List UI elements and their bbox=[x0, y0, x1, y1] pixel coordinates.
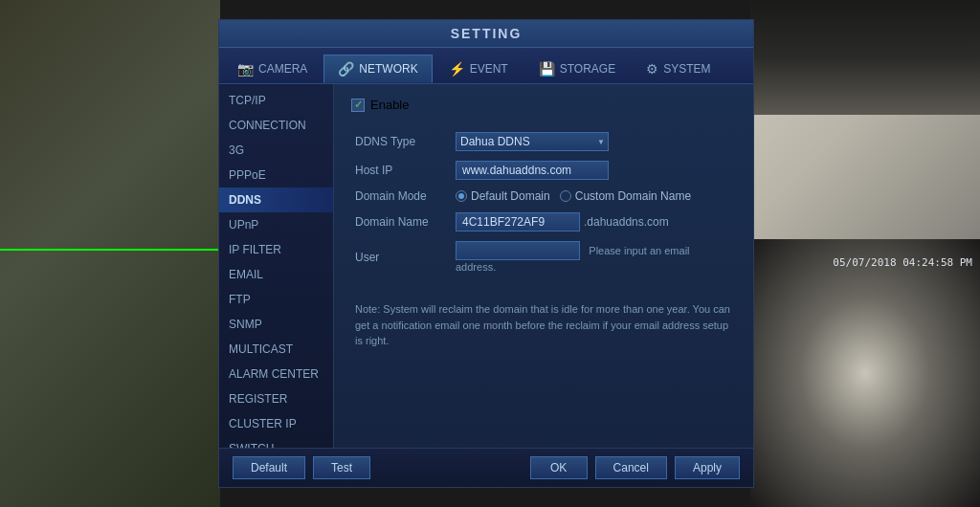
sidebar-item-ftp[interactable]: FTP bbox=[219, 287, 333, 312]
sidebar-item-switch[interactable]: SWITCH bbox=[219, 436, 333, 448]
user-input[interactable] bbox=[456, 241, 580, 260]
ok-button[interactable]: OK bbox=[530, 456, 588, 479]
tab-bar: 📷 CAMERA 🔗 NETWORK ⚡ EVENT 💾 STORAGE ⚙ S… bbox=[219, 48, 753, 84]
sidebar-item-multicast[interactable]: MULTICAST bbox=[219, 337, 333, 362]
host-ip-label: Host IP bbox=[351, 158, 452, 183]
tab-network-label: NETWORK bbox=[359, 62, 417, 76]
system-tab-icon: ⚙ bbox=[646, 61, 658, 77]
ddns-type-row: DDNS Type Dahua DDNSNO-IP DDNSCN99 DDNSD… bbox=[351, 129, 736, 154]
bg-top-right-overlay bbox=[750, 0, 980, 115]
sidebar-item-pppoe[interactable]: PPPoE bbox=[219, 163, 333, 187]
custom-domain-label: Custom Domain Name bbox=[575, 189, 691, 203]
sidebar: TCP/IP CONNECTION 3G PPPoE DDNS UPnP IP … bbox=[219, 84, 334, 448]
sidebar-item-email[interactable]: EMAIL bbox=[219, 262, 333, 287]
domain-mode-radio-group: Default Domain Custom Domain Name bbox=[456, 189, 732, 203]
bg-left-camera bbox=[0, 0, 220, 507]
tab-camera-label: CAMERA bbox=[258, 62, 307, 76]
main-panel: Enable DDNS Type Dahua DDNSNO-IP DDNSCN9… bbox=[334, 84, 753, 448]
green-line-overlay bbox=[0, 249, 220, 251]
tab-system-label: SYSTEM bbox=[663, 62, 710, 76]
sidebar-item-tcp-ip[interactable]: TCP/IP bbox=[219, 88, 333, 113]
sidebar-item-ddns[interactable]: DDNS bbox=[219, 187, 333, 212]
sidebar-item-upnp[interactable]: UPnP bbox=[219, 212, 333, 237]
test-button[interactable]: Test bbox=[313, 456, 370, 479]
enable-label: Enable bbox=[370, 98, 409, 112]
default-domain-radio-label[interactable]: Default Domain bbox=[456, 189, 550, 203]
domain-mode-label: Domain Mode bbox=[351, 187, 452, 206]
user-label: User bbox=[351, 238, 452, 276]
tab-event-label: EVENT bbox=[470, 62, 508, 76]
sidebar-item-register[interactable]: REGISTER bbox=[219, 386, 333, 411]
event-tab-icon: ⚡ bbox=[449, 61, 465, 77]
tab-camera[interactable]: 📷 CAMERA bbox=[223, 55, 322, 83]
tab-storage[interactable]: 💾 STORAGE bbox=[524, 55, 630, 83]
domain-suffix-text: .dahuaddns.com bbox=[584, 215, 669, 229]
storage-tab-icon: 💾 bbox=[539, 61, 555, 77]
apply-button[interactable]: Apply bbox=[675, 456, 740, 479]
ddns-type-label: DDNS Type bbox=[351, 129, 452, 154]
enable-checkbox[interactable] bbox=[351, 99, 365, 112]
tab-event[interactable]: ⚡ EVENT bbox=[434, 55, 523, 83]
ddns-form: DDNS Type Dahua DDNSNO-IP DDNSCN99 DDNSD… bbox=[351, 125, 736, 280]
host-ip-row: Host IP bbox=[351, 158, 736, 183]
default-domain-radio[interactable] bbox=[456, 190, 467, 202]
ddns-type-select[interactable]: Dahua DDNSNO-IP DDNSCN99 DDNSDyndns bbox=[456, 132, 609, 151]
content-area: TCP/IP CONNECTION 3G PPPoE DDNS UPnP IP … bbox=[219, 84, 753, 448]
custom-domain-radio-label[interactable]: Custom Domain Name bbox=[560, 189, 691, 203]
user-row: User Please input an email address. bbox=[351, 238, 736, 276]
domain-name-label: Domain Name bbox=[351, 209, 452, 234]
timestamp-overlay: 05/07/2018 04:24:58 PM bbox=[833, 256, 972, 269]
enable-row: Enable bbox=[351, 98, 736, 112]
left-button-group: Default Test bbox=[233, 456, 370, 479]
bg-bottom-right-overlay bbox=[750, 239, 980, 507]
camera-tab-icon: 📷 bbox=[237, 61, 254, 77]
button-bar: Default Test OK Cancel Apply bbox=[219, 448, 753, 487]
sidebar-item-snmp[interactable]: SNMP bbox=[219, 312, 333, 337]
cancel-button[interactable]: Cancel bbox=[595, 456, 667, 479]
custom-domain-radio[interactable] bbox=[560, 190, 571, 202]
sidebar-item-connection[interactable]: CONNECTION bbox=[219, 113, 333, 138]
host-ip-input[interactable] bbox=[456, 161, 609, 180]
network-tab-icon: 🔗 bbox=[338, 61, 354, 77]
sidebar-item-ip-filter[interactable]: IP FILTER bbox=[219, 237, 333, 262]
tab-storage-label: STORAGE bbox=[560, 62, 615, 76]
tab-system[interactable]: ⚙ SYSTEM bbox=[632, 55, 724, 83]
domain-name-input[interactable] bbox=[456, 212, 580, 231]
domain-name-container: .dahuaddns.com bbox=[456, 212, 732, 231]
default-button[interactable]: Default bbox=[233, 456, 305, 479]
right-button-group: OK Cancel Apply bbox=[530, 456, 740, 479]
dialog-title: SETTING bbox=[219, 20, 753, 48]
sidebar-item-3g[interactable]: 3G bbox=[219, 138, 333, 163]
domain-name-row: Domain Name .dahuaddns.com bbox=[351, 209, 736, 234]
sidebar-item-alarm-center[interactable]: ALARM CENTER bbox=[219, 362, 333, 386]
ddns-type-select-wrapper: Dahua DDNSNO-IP DDNSCN99 DDNSDyndns bbox=[456, 132, 609, 151]
tab-network[interactable]: 🔗 NETWORK bbox=[323, 55, 432, 83]
default-domain-label: Default Domain bbox=[471, 189, 550, 203]
note-text: Note: System will reclaim the domain tha… bbox=[351, 294, 736, 357]
domain-mode-row: Domain Mode Default Domain Custom Domain… bbox=[351, 187, 736, 206]
settings-dialog: SETTING 📷 CAMERA 🔗 NETWORK ⚡ EVENT 💾 STO… bbox=[218, 19, 754, 488]
sidebar-item-cluster-ip[interactable]: CLUSTER IP bbox=[219, 411, 333, 436]
